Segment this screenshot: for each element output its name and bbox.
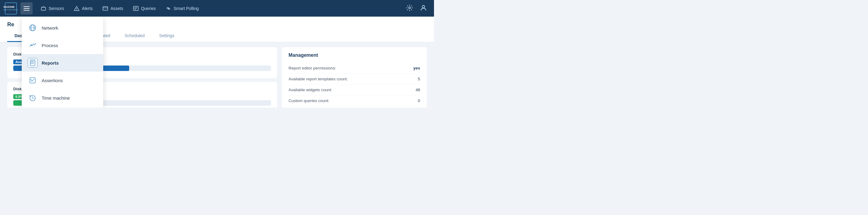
time-machine-icon <box>28 93 37 103</box>
network-icon <box>28 23 37 33</box>
mgmt-value-1: 5 <box>418 77 420 81</box>
nav-label-smart-polling: Smart Polling <box>174 6 198 11</box>
mgmt-value-2: 48 <box>415 88 420 92</box>
dropdown-item-time-machine[interactable]: Time machine <box>22 89 103 106</box>
mgmt-row-4: Custom reports count: 3 <box>288 106 420 108</box>
nav-label-alerts: Alerts <box>82 6 93 11</box>
nav-item-queries[interactable]: Queries <box>129 4 160 13</box>
dropdown-item-process[interactable]: Process <box>22 36 103 54</box>
mgmt-row-0: Report editor permissions: yes <box>288 63 420 74</box>
queries-icon <box>133 5 139 11</box>
menu-button[interactable] <box>21 2 33 14</box>
gear-icon <box>406 4 413 12</box>
management-panel: Management Report editor permissions: ye… <box>282 47 427 108</box>
nav-item-smart-polling[interactable]: Smart Polling <box>161 4 203 13</box>
tab-settings[interactable]: Settings <box>152 30 182 42</box>
process-icon <box>28 40 37 50</box>
dropdown-label-time-machine: Time machine <box>42 95 70 100</box>
svg-rect-7 <box>103 7 108 10</box>
mgmt-label-0: Report editor permissions: <box>288 66 336 70</box>
dropdown-item-vulnerabilities[interactable]: CVE Vulnerabilities <box>22 106 103 108</box>
nav-item-assets[interactable]: Assets <box>98 4 127 13</box>
dropdown-label-assertions: Assertions <box>42 78 63 83</box>
dropdown-label-network: Network <box>42 25 58 31</box>
dropdown-item-reports[interactable]: Reports <box>22 54 103 71</box>
svg-point-14 <box>409 7 410 9</box>
hamburger-icon <box>24 6 30 10</box>
settings-button[interactable] <box>404 3 415 14</box>
mgmt-label-1: Available report templates count: <box>288 77 348 81</box>
dropdown-item-assertions[interactable]: Assertions <box>22 71 103 89</box>
nav-item-sensors[interactable]: Sensors <box>36 4 68 13</box>
nav-label-assets: Assets <box>111 6 123 11</box>
logo-box: NOZOMI NETWORKS <box>5 2 17 14</box>
sensors-icon <box>40 5 46 11</box>
mgmt-row-3: Custom queries count: 0 <box>288 95 420 106</box>
mgmt-value-3: 0 <box>418 98 420 103</box>
nav-label-queries: Queries <box>141 6 156 11</box>
dropdown-label-process: Process <box>42 43 58 48</box>
main-container: Network Process Reports <box>0 17 434 108</box>
nav-right-controls <box>404 3 429 14</box>
dropdown-label-reports: Reports <box>42 60 59 65</box>
mgmt-value-0: yes <box>413 66 420 70</box>
assets-icon <box>102 5 108 11</box>
user-icon <box>420 4 427 12</box>
nav-item-alerts[interactable]: Alerts <box>69 4 97 13</box>
mgmt-row-1: Available report templates count: 5 <box>288 74 420 85</box>
mgmt-row-2: Available widgets count: 48 <box>288 85 420 95</box>
tab-scheduled[interactable]: Scheduled <box>117 30 152 42</box>
svg-rect-0 <box>41 7 45 10</box>
dropdown-menu: Network Process Reports <box>22 17 103 108</box>
svg-point-20 <box>31 62 33 64</box>
management-title: Management <box>288 53 420 58</box>
alerts-icon <box>74 5 80 11</box>
mgmt-label-3: Custom queries count: <box>288 98 329 103</box>
logo-subtext: NETWORKS <box>4 9 18 11</box>
mgmt-label-2: Available widgets count: <box>288 88 332 92</box>
user-profile-button[interactable] <box>418 3 429 14</box>
svg-point-15 <box>422 5 425 8</box>
assertions-icon <box>28 75 37 85</box>
smart-polling-icon <box>165 5 172 11</box>
nav-label-sensors: Sensors <box>49 6 64 11</box>
logo-text: NOZOMI <box>4 6 18 9</box>
reports-icon <box>28 58 37 68</box>
dropdown-item-network[interactable]: Network <box>22 19 103 36</box>
logo: NOZOMI NETWORKS <box>5 2 17 14</box>
top-navigation: NOZOMI NETWORKS Sensors <box>0 0 434 17</box>
